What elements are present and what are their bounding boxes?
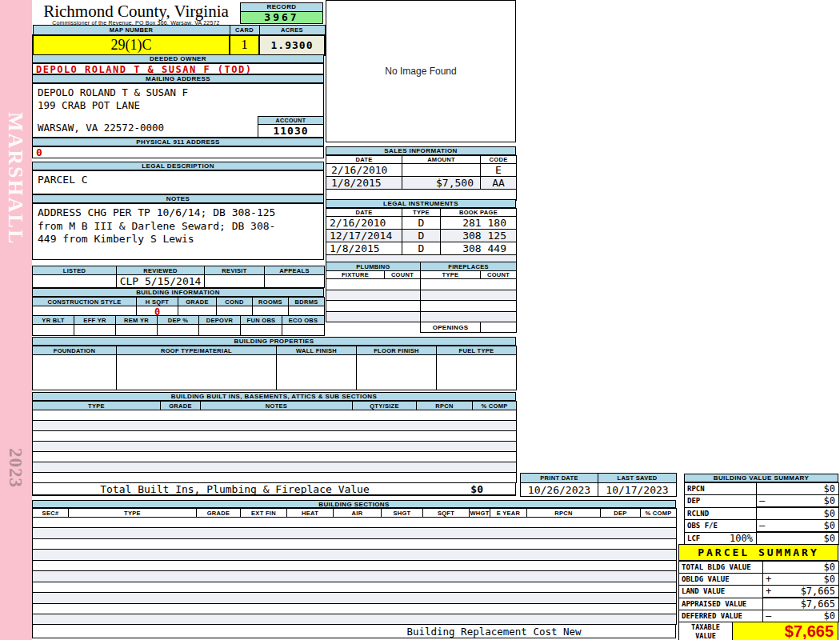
sales-code-label: CODE [481,156,517,164]
sale-code: AA [481,177,517,190]
effyr-field[interactable] [74,325,116,336]
county-title: Richmond County, Virginia [34,2,238,20]
instrument-book: 308 449 [441,242,517,255]
deferred-value-label: DEFERRED VALUE [679,610,763,622]
legal-description-label: LEGAL DESCRIPTION [32,162,324,170]
deferred-value: $0 [824,610,835,622]
yrblt-field[interactable] [33,325,74,336]
lcf-value: $0 [824,533,835,544]
fireplace-type-label: TYPE [421,271,481,279]
map-number-field[interactable]: 29(1)C [33,35,230,55]
yrblt-label: YR BLT [33,316,74,325]
plumbing-empty-row [326,312,517,322]
section-comp-label: % COMP [641,509,677,518]
built-ins-total-label: Total Built Ins, Plumbing & Fireplace Va… [33,483,437,495]
dep-op: – [759,495,765,506]
built-ins-empty-row [33,421,517,431]
sales-row[interactable]: 2/16/2010 E [326,164,517,177]
reviewed-field[interactable]: CLP 5/15/2014 [117,275,205,288]
foundation-field[interactable] [33,355,117,390]
ecoobs-field[interactable] [282,325,325,336]
section-empty-row [33,604,677,614]
building-replacement-cost-label: Building Replacement Cost New [32,624,676,638]
fixture-label: FIXTURE [326,271,385,279]
mailing-address-label: MAILING ADDRESS [32,74,324,83]
account-field[interactable]: 11030 [258,125,324,138]
parcel-summary-row: OBLDG VALUE +$0 [679,574,839,586]
mailing-line-2: 199 CRAB POT LANE [38,99,140,111]
dep-pct-field[interactable] [158,325,199,336]
listed-field[interactable] [33,275,117,288]
section-empty-row [33,571,677,582]
hsqft-label: H SQFT [137,298,178,306]
total-bldg-value: $0 [824,562,835,573]
section-rpcn-label: RPCN [527,509,601,518]
built-ins-empty-row [33,410,517,421]
parcel-summary-row: DEFERRED VALUE –$0 [679,610,839,622]
funobs-field[interactable] [241,325,282,336]
legal-instruments-title: LEGAL INSTRUMENTS [326,199,516,208]
revisit-field[interactable] [205,275,265,288]
instrument-row[interactable]: 12/17/2014 D 308 125 [326,230,517,242]
deeded-owner-label: DEEDED OWNER [32,54,324,63]
depovr-label: DEPOVR [199,316,241,325]
fuel-type-field[interactable] [437,355,517,390]
property-record-card: MARSHALL 2023 Richmond County, Virginia … [0,0,840,640]
land-value: $7,665 [801,586,835,597]
plumbing-empty-row [326,301,517,312]
watermark-year: 2023 [5,448,26,488]
floor-finish-label: FLOOR FINISH [357,346,437,355]
built-ins-rpcn-label: RPCN [417,402,473,410]
notes-field[interactable]: ADDRESS CHG PER TP 10/6/14; DB 308-125 f… [32,203,324,260]
physical-911-field[interactable]: 0 [32,146,324,158]
roof-type-label: ROOF TYPE/MATERIAL [117,346,277,355]
instrument-type-label: TYPE [402,209,441,217]
wall-finish-field[interactable] [277,355,357,390]
deeded-owner-field[interactable]: DEPOLO ROLAND T & SUSAN F (TOD) [32,63,324,74]
appeals-label: APPEALS [265,266,325,275]
acres-field[interactable]: 1.9300 [259,35,325,55]
account-label: ACCOUNT [258,116,324,125]
effyr-label: EFF YR [74,316,116,325]
bdrms-label: BDRMS [289,298,325,306]
obldg-value-label: OBLDG VALUE [679,574,763,586]
remyr-field[interactable] [116,325,158,336]
instrument-row[interactable]: 2/16/2010 D 281 180 [326,217,517,230]
listed-label: LISTED [33,266,117,275]
appeals-field[interactable] [265,275,325,288]
appraised-value: $7,665 [801,598,835,610]
obldg-op: + [766,574,771,585]
total-bldg-value-label: TOTAL BLDG VALUE [679,562,763,574]
mailing-line-3: WARSAW, VA 22572-0000 [38,122,164,134]
fuel-type-label: FUEL TYPE [437,346,517,355]
plumbing-empty-row [326,279,517,290]
floor-finish-field[interactable] [357,355,437,390]
section-empty-row [33,550,677,561]
obs-fe-value: $0 [824,520,835,531]
taxable-value-label: TAXABLE VALUE [679,622,733,640]
plumbing-title: PLUMBING [326,262,421,271]
instrument-date-label: DATE [326,209,402,217]
dep-label: DEP [685,495,757,508]
sales-row[interactable]: 1/8/2015 $7,500 AA [326,177,517,190]
roof-type-field[interactable] [117,355,277,390]
built-ins-grade-label: GRADE [161,402,201,410]
built-ins-title: BUILDING BUILT INS, BASEMENTS, ATTICS & … [32,392,516,401]
notes-line-2: from M B III & Darlene Seward; DB 308- [38,220,323,234]
notes-line-1: ADDRESS CHG PER TP 10/6/14; DB 308-125 [38,206,323,220]
instrument-row[interactable]: 1/8/2015 D 308 449 [326,242,517,255]
parcel-summary-row: TOTAL BLDG VALUE $0 [679,562,839,574]
card-field[interactable]: 1 [230,35,259,55]
section-empty-row [33,593,677,604]
section-empty-row [33,518,677,528]
rpcn-label: RPCN [685,483,757,495]
notes-label: NOTES [32,194,324,203]
sec-num-label: SEC# [33,509,69,518]
mailing-address-field[interactable]: DEPOLO ROLAND T & SUSAN F 199 CRAB POT L… [32,83,324,138]
section-sqft-label: SQFT [423,509,470,518]
depovr-field[interactable] [199,325,241,336]
legal-description-field[interactable]: PARCEL C [32,170,324,194]
section-whgt-label: WHGT [470,509,490,518]
sale-amount: $7,500 [402,177,481,190]
openings-field[interactable] [481,322,517,333]
